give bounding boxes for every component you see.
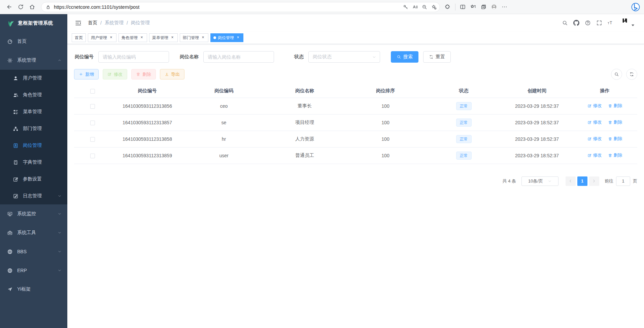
- trash-icon: [608, 137, 612, 141]
- sidebar-item-config[interactable]: 参数设置: [0, 171, 67, 188]
- add-favorite-icon[interactable]: [431, 4, 437, 10]
- chevron-down-icon: [58, 212, 62, 216]
- url-text[interactable]: https://ccnetcore.com:1101/system/post: [54, 4, 403, 10]
- user-icon: [13, 75, 19, 81]
- gear-icon: [7, 58, 13, 63]
- close-tab-icon[interactable]: ×: [109, 35, 113, 40]
- sidebar-item-tool[interactable]: 系统工具: [0, 223, 67, 242]
- chevron-down-icon: [548, 179, 552, 183]
- export-button[interactable]: 导出: [160, 69, 184, 79]
- bing-chat-icon[interactable]: [631, 2, 641, 12]
- sidebar-item-system[interactable]: 系统管理: [0, 51, 67, 70]
- collections-icon[interactable]: [480, 4, 487, 10]
- sidebar-item-log[interactable]: 日志管理: [0, 188, 67, 204]
- select-all-checkbox[interactable]: [90, 89, 95, 94]
- favorites-icon[interactable]: [470, 4, 476, 10]
- column-header: 岗位名称: [264, 84, 345, 98]
- tab-角色管理[interactable]: 角色管理×: [118, 33, 147, 42]
- font-size-icon[interactable]: TT: [608, 20, 614, 26]
- breadcrumb-home[interactable]: 首页: [88, 20, 97, 26]
- sidebar-item-erp[interactable]: ERP: [0, 261, 67, 280]
- sidebar-item-monitor[interactable]: 系统监控: [0, 204, 67, 223]
- help-icon[interactable]: [585, 20, 591, 26]
- row-edit-link[interactable]: 修改: [587, 103, 602, 109]
- edit-button[interactable]: 修改: [103, 69, 127, 79]
- row-checkbox[interactable]: [90, 104, 95, 109]
- search-button[interactable]: 搜索: [391, 51, 418, 63]
- github-icon[interactable]: [573, 20, 579, 26]
- sidebar-item-menu[interactable]: 菜单管理: [0, 103, 67, 120]
- status-badge: 正常: [456, 119, 472, 127]
- page-number-1[interactable]: 1: [577, 176, 587, 186]
- sidebar-item-dict[interactable]: 字典管理: [0, 154, 67, 171]
- sidebar-item-bbs[interactable]: BBS: [0, 242, 67, 261]
- row-delete-link[interactable]: 删除: [608, 119, 622, 125]
- user-avatar[interactable]: [622, 18, 636, 28]
- prev-page-button[interactable]: [566, 176, 576, 186]
- password-icon[interactable]: [403, 4, 409, 10]
- browser-home-button[interactable]: [26, 1, 38, 13]
- post-code-input[interactable]: [98, 51, 169, 63]
- breadcrumb-separator: /: [100, 20, 102, 26]
- add-button[interactable]: 新增: [74, 69, 99, 79]
- collapse-sidebar-icon[interactable]: [75, 20, 82, 27]
- sidebar-item-user[interactable]: 用户管理: [0, 70, 67, 87]
- address-bar[interactable]: https://ccnetcore.com:1101/system/post: [41, 2, 440, 12]
- post-name-input[interactable]: [203, 51, 274, 63]
- row-edit-link[interactable]: 修改: [587, 152, 602, 158]
- table-row: 1641030593112313856ceo董事长100正常2023-03-29…: [74, 98, 637, 114]
- browser-menu-icon[interactable]: [501, 4, 508, 10]
- browser-profile-avatar[interactable]: [491, 4, 497, 10]
- breadcrumb-system[interactable]: 系统管理: [105, 20, 124, 26]
- tab-部门管理[interactable]: 部门管理×: [180, 33, 208, 42]
- row-checkbox[interactable]: [90, 121, 95, 125]
- refresh-table-button[interactable]: [626, 69, 637, 80]
- sidebar-item-label: ERP: [17, 268, 27, 273]
- row-edit-link[interactable]: 修改: [587, 119, 602, 125]
- cell-post-name: 普通员工: [264, 147, 345, 164]
- tab-岗位管理[interactable]: 岗位管理×: [210, 33, 243, 42]
- close-tab-icon[interactable]: ×: [170, 35, 175, 40]
- browser-refresh-button[interactable]: [15, 1, 26, 13]
- split-screen-icon[interactable]: [460, 4, 466, 10]
- tab-label: 首页: [75, 35, 83, 41]
- show-search-button[interactable]: [611, 69, 622, 80]
- sidebar: 意框架管理系统 首页系统管理用户管理角色管理菜单管理部门管理岗位管理字典管理参数…: [0, 14, 67, 328]
- close-tab-icon[interactable]: ×: [201, 35, 205, 40]
- row-checkbox[interactable]: [90, 137, 95, 142]
- sidebar-item-role[interactable]: 角色管理: [0, 87, 67, 103]
- read-aloud-icon[interactable]: [412, 4, 418, 10]
- edit-icon: [587, 153, 592, 158]
- column-header: 岗位编码: [183, 84, 264, 98]
- header-search-icon[interactable]: [562, 20, 568, 26]
- browser-back-button[interactable]: [3, 1, 15, 13]
- tab-菜单管理[interactable]: 菜单管理×: [149, 33, 178, 42]
- fullscreen-icon[interactable]: [596, 20, 602, 26]
- sidebar-item-post[interactable]: 岗位管理: [0, 137, 67, 154]
- close-tab-icon[interactable]: ×: [139, 35, 144, 40]
- next-page-button[interactable]: [589, 176, 599, 186]
- reset-button[interactable]: 重置: [423, 51, 451, 63]
- page-size-select[interactable]: 10条/页: [521, 176, 558, 186]
- download-icon: [165, 72, 169, 76]
- status-select[interactable]: 岗位状态: [308, 51, 380, 63]
- close-tab-icon[interactable]: ×: [236, 35, 240, 40]
- row-delete-link[interactable]: 删除: [608, 103, 622, 109]
- row-delete-link[interactable]: 删除: [608, 136, 622, 142]
- status-label: 状态: [294, 54, 304, 60]
- sidebar-item-home[interactable]: 首页: [0, 32, 67, 51]
- delete-button[interactable]: 删除: [131, 69, 156, 79]
- extensions-icon[interactable]: [445, 4, 451, 10]
- goto-page-input[interactable]: [616, 176, 630, 186]
- row-checkbox[interactable]: [90, 154, 95, 158]
- row-delete-link[interactable]: 删除: [608, 152, 622, 158]
- sidebar-item-dept[interactable]: 部门管理: [0, 120, 67, 137]
- app-logo[interactable]: 意框架管理系统: [0, 14, 67, 32]
- row-edit-link[interactable]: 修改: [587, 136, 602, 142]
- caret-down-icon: [630, 22, 636, 28]
- zoom-out-icon[interactable]: [421, 4, 428, 10]
- tab-首页[interactable]: 首页: [72, 33, 86, 42]
- sidebar-item-label: 首页: [17, 38, 27, 44]
- tab-用户管理[interactable]: 用户管理×: [88, 33, 116, 42]
- sidebar-item-yi[interactable]: Yi框架: [0, 280, 67, 299]
